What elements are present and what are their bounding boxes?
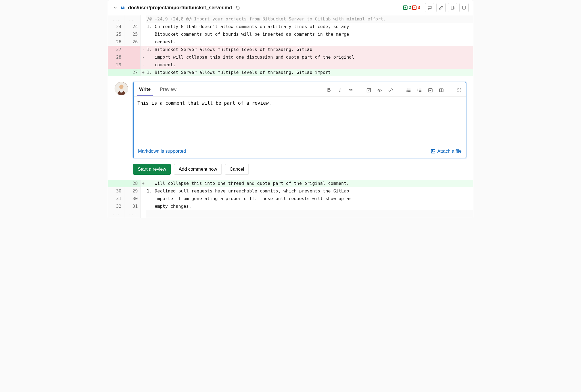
diff-sign: [141, 187, 146, 195]
new-line-number: [124, 61, 141, 69]
diff-code: 1. Currently GitLab doesn't allow commen…: [146, 23, 473, 31]
comment-block: Write Preview B I: [108, 76, 473, 164]
svg-point-6: [407, 89, 407, 89]
diff-line[interactable]: 28- import will collapse this into one d…: [108, 53, 473, 61]
numbered-list-icon[interactable]: 123: [416, 86, 423, 94]
file-header: M↓ doc/user/project/import/bitbucket_ser…: [108, 0, 473, 15]
diff-line[interactable]: 29- comment.: [108, 61, 473, 69]
plus-icon: +: [403, 5, 408, 10]
new-line-number: 29: [124, 187, 141, 195]
cancel-button[interactable]: Cancel: [225, 164, 249, 175]
diff-line[interactable]: 2626 request.: [108, 38, 473, 46]
attach-file-label: Attach a file: [437, 149, 462, 154]
svg-text:3: 3: [417, 91, 418, 92]
diff-sign: -: [141, 53, 146, 61]
italic-icon[interactable]: I: [336, 86, 344, 94]
new-line-number: 25: [124, 31, 141, 38]
diff-code: 1. Declined pull requests have unreachab…: [146, 187, 473, 195]
minus-icon: −: [412, 5, 417, 10]
old-line-number: 31: [108, 195, 124, 203]
diff-line[interactable]: 3231 empty changes.: [108, 203, 473, 210]
diff-sign: [141, 203, 146, 210]
diff-sign: [141, 31, 146, 38]
tab-preview[interactable]: Preview: [158, 84, 178, 96]
quote-icon[interactable]: [347, 86, 355, 94]
comment-actions: Start a review Add comment now Cancel: [108, 164, 473, 180]
add-comment-now-button[interactable]: Add comment now: [174, 164, 222, 175]
old-line-number: 28: [108, 53, 124, 61]
new-line-number: [124, 46, 141, 53]
new-line-number: 28: [124, 180, 141, 187]
old-line-number: 27: [108, 46, 124, 53]
attach-file-link[interactable]: Attach a file: [431, 149, 462, 154]
diff-line[interactable]: 28+ will collapse this into one thread a…: [108, 180, 473, 187]
more-options-button[interactable]: [459, 3, 469, 12]
diff-stats: +2 −3: [403, 5, 420, 10]
old-line-number: 29: [108, 61, 124, 69]
expand-context[interactable]: ...: [124, 15, 141, 23]
diff-sign: -: [141, 61, 146, 69]
tab-write[interactable]: Write: [137, 84, 153, 96]
link-icon[interactable]: [387, 86, 394, 94]
diff-code: will collapse this into one thread and q…: [146, 180, 473, 187]
diff-line[interactable]: 2525 Bitbucket comments out of bounds wi…: [108, 31, 473, 38]
diff-code: 1. Bitbucket Server allows multiple leve…: [146, 46, 473, 53]
old-line-number: 30: [108, 187, 124, 195]
diff-sign: [141, 38, 146, 46]
diff-sign: -: [141, 46, 146, 53]
diff-line[interactable]: 3130 importer from generating a proper d…: [108, 195, 473, 203]
old-line-number: 32: [108, 203, 124, 210]
comment-textarea[interactable]: [134, 97, 466, 144]
diff-line[interactable]: 3029 1. Declined pull requests have unre…: [108, 187, 473, 195]
comment-composer: Write Preview B I: [133, 82, 466, 158]
table-icon[interactable]: [438, 86, 445, 94]
new-line-number: 27: [124, 69, 141, 76]
svg-rect-0: [237, 7, 239, 9]
view-file-button[interactable]: [448, 3, 457, 12]
svg-point-15: [432, 150, 433, 151]
diff-code: comment.: [146, 61, 473, 69]
fullscreen-icon[interactable]: [456, 86, 463, 94]
markdown-icon: M↓: [121, 6, 125, 10]
markdown-help-link[interactable]: Markdown is supported: [138, 149, 186, 154]
diff-line[interactable]: 27+1. Bitbucket Server allows multiple l…: [108, 69, 473, 76]
comment-on-file-button[interactable]: [425, 3, 434, 12]
diff-sign: [141, 23, 146, 31]
collapse-toggle[interactable]: [112, 5, 118, 11]
suggestion-icon[interactable]: [365, 86, 373, 94]
bullet-list-icon[interactable]: [405, 86, 412, 94]
expand-context[interactable]: ...: [108, 15, 124, 23]
old-line-number: [108, 69, 124, 76]
diff-view-continued: 28+ will collapse this into one thread a…: [108, 180, 473, 218]
old-line-number: [108, 180, 124, 187]
code-icon[interactable]: [376, 86, 384, 94]
diff-code: 1. Bitbucket Server allows multiple leve…: [146, 69, 473, 76]
diff-sign: +: [141, 69, 146, 76]
old-line-number: 25: [108, 31, 124, 38]
diff-code: empty changes.: [146, 203, 473, 210]
edit-file-button[interactable]: [436, 3, 446, 12]
diff-code: request.: [146, 38, 473, 46]
svg-point-7: [407, 90, 407, 90]
diff-line[interactable]: 2424 1. Currently GitLab doesn't allow c…: [108, 23, 473, 31]
start-review-button[interactable]: Start a review: [133, 164, 171, 175]
expand-context[interactable]: ...: [124, 210, 141, 218]
old-line-number: 24: [108, 23, 124, 31]
svg-point-8: [407, 91, 407, 92]
diff-code: Bitbucket comments out of bounds will be…: [146, 31, 473, 38]
task-list-icon[interactable]: [427, 86, 434, 94]
diff-code: import will collapse this into one discu…: [146, 53, 473, 61]
diff-view: ... ... @@ -24,9 +24,8 @@ Import your pr…: [108, 15, 473, 76]
copy-path-button[interactable]: [235, 4, 241, 11]
svg-rect-5: [367, 88, 371, 92]
new-line-number: 24: [124, 23, 141, 31]
diff-line[interactable]: 27-1. Bitbucket Server allows multiple l…: [108, 46, 473, 53]
old-line-number: 26: [108, 38, 124, 46]
svg-rect-1: [451, 6, 454, 9]
bold-icon[interactable]: B: [325, 86, 333, 94]
diff-code: importer from generating a proper diff. …: [146, 195, 473, 203]
additions-count: 2: [409, 5, 411, 10]
expand-context[interactable]: ...: [108, 210, 124, 218]
deletions-count: 3: [418, 5, 420, 10]
diff-sign: [141, 195, 146, 203]
